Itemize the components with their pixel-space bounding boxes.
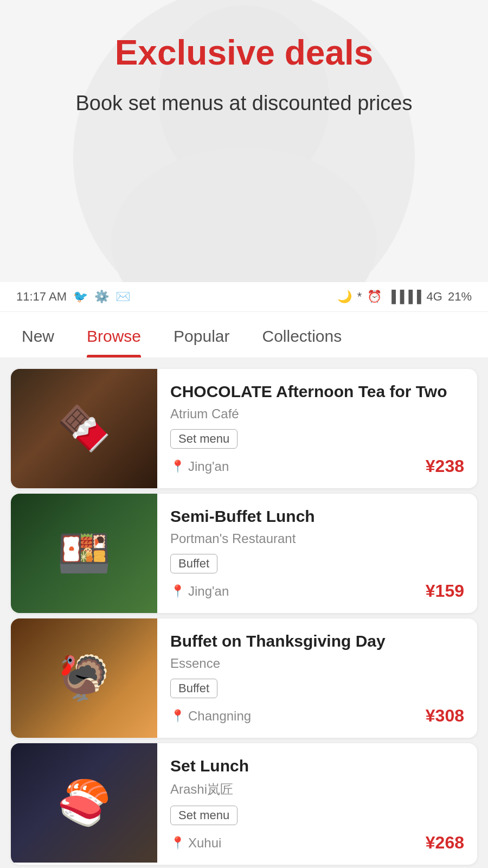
card-footer: 📍 Jing'an ¥159 (170, 581, 464, 601)
card-tag: Set menu (170, 806, 237, 825)
battery-display: 21% (448, 290, 472, 304)
time-display: 11:17 AM (16, 290, 67, 304)
card-content: CHOCOLATE Afternoon Tea for Two Atrium C… (157, 369, 477, 488)
tab-popular[interactable]: Popular (174, 312, 229, 358)
status-left: 11:17 AM 🐦 ⚙️ ✉️ (16, 290, 130, 304)
card-footer: 📍 Xuhui ¥268 (170, 833, 464, 853)
card-tag: Set menu (170, 429, 237, 449)
card-price: ¥238 (426, 456, 464, 476)
listing-card[interactable]: 🦃 Buffet on Thanksgiving Day Essence Buf… (11, 618, 477, 738)
hero-subtitle: Book set menus at discounted prices (22, 89, 466, 118)
card-title: Semi-Buffet Lunch (170, 506, 464, 527)
card-image: 🍣 (11, 743, 157, 863)
card-title: Set Lunch (170, 755, 464, 776)
tab-new[interactable]: New (22, 312, 54, 358)
card-price: ¥268 (426, 833, 464, 853)
location-pin-icon: 📍 (170, 709, 185, 723)
card-title: CHOCOLATE Afternoon Tea for Two (170, 381, 464, 402)
card-content: Buffet on Thanksgiving Day Essence Buffe… (157, 618, 477, 738)
hero-section: Exclusive deals Book set menus at discou… (0, 0, 488, 282)
card-image: 🍫 (11, 369, 157, 488)
card-restaurant: Atrium Café (170, 406, 464, 422)
location-pin-icon: 📍 (170, 459, 185, 474)
app-icon-1: ⚙️ (94, 290, 109, 304)
card-footer: 📍 Changning ¥308 (170, 706, 464, 726)
listing-card[interactable]: 🍣 Set Lunch Arashi岚匠 Set menu 📍 Xuhui ¥2… (11, 743, 477, 865)
card-price: ¥159 (426, 581, 464, 601)
network-display: 4G (427, 290, 442, 304)
listings-container: 🍫 CHOCOLATE Afternoon Tea for Two Atrium… (0, 358, 488, 868)
alarm-icon: ⏰ (367, 290, 382, 304)
signal-icon: ▐▐▐▐ (387, 290, 421, 304)
card-image: 🦃 (11, 618, 157, 738)
card-location: 📍 Jing'an (170, 459, 229, 474)
status-right: 🌙 * ⏰ ▐▐▐▐ 4G 21% (337, 290, 472, 304)
notification-icon: 🐦 (73, 290, 88, 304)
status-bar: 11:17 AM 🐦 ⚙️ ✉️ 🌙 * ⏰ ▐▐▐▐ 4G 21% (0, 282, 488, 312)
location-pin-icon: 📍 (170, 584, 185, 598)
card-tag: Buffet (170, 554, 217, 573)
card-content: Set Lunch Arashi岚匠 Set menu 📍 Xuhui ¥268 (157, 743, 477, 865)
card-footer: 📍 Jing'an ¥238 (170, 456, 464, 476)
moon-icon: 🌙 (337, 290, 352, 304)
tab-collections[interactable]: Collections (262, 312, 342, 358)
card-location: 📍 Changning (170, 709, 251, 724)
card-location: 📍 Xuhui (170, 835, 221, 851)
card-content: Semi-Buffet Lunch Portman's Restaurant B… (157, 494, 477, 613)
listing-card[interactable]: 🍫 CHOCOLATE Afternoon Tea for Two Atrium… (11, 369, 477, 488)
card-tag: Buffet (170, 679, 217, 698)
card-restaurant: Portman's Restaurant (170, 531, 464, 546)
card-restaurant: Arashi岚匠 (170, 781, 464, 798)
bluetooth-icon: * (357, 290, 362, 304)
card-image: 🍱 (11, 494, 157, 613)
card-title: Buffet on Thanksgiving Day (170, 630, 464, 652)
location-pin-icon: 📍 (170, 836, 185, 850)
card-location: 📍 Jing'an (170, 584, 229, 599)
hero-title: Exclusive deals (22, 33, 466, 73)
message-icon: ✉️ (115, 290, 130, 304)
listing-card[interactable]: 🍱 Semi-Buffet Lunch Portman's Restaurant… (11, 494, 477, 613)
tab-navigation: New Browse Popular Collections (0, 312, 488, 358)
card-restaurant: Essence (170, 656, 464, 671)
card-price: ¥308 (426, 706, 464, 726)
tab-browse[interactable]: Browse (87, 312, 141, 358)
